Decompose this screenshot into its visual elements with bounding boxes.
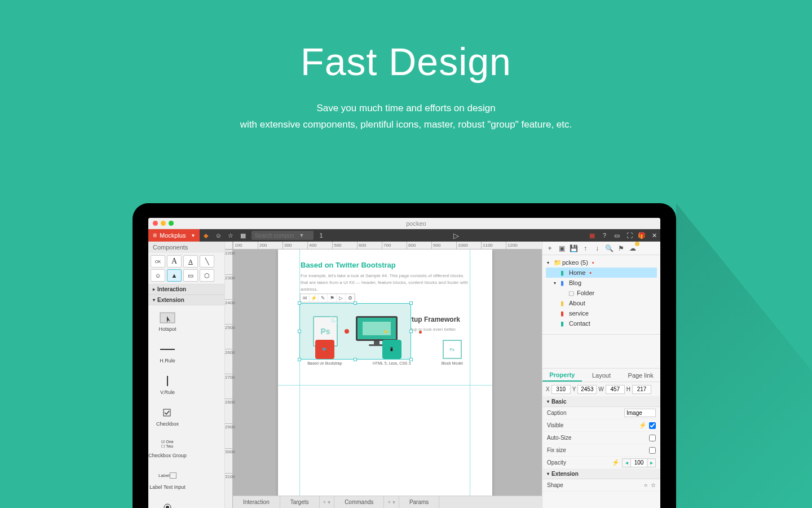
help-icon[interactable]: ? [598,229,611,242]
caption-input[interactable] [624,409,656,417]
visible-checkbox[interactable] [649,422,656,429]
new-folder-icon[interactable]: ▣ [557,243,567,253]
prop-section-basic[interactable]: Basic [542,397,660,407]
add-target[interactable]: + ▾ [320,496,335,509]
fullscreen-icon[interactable]: ⛶ [623,229,636,242]
text-component-icon[interactable]: A [167,255,182,268]
link-point[interactable] [419,331,422,334]
emoji-component-icon[interactable]: ☺ [151,269,165,282]
comp-checkbox-group[interactable]: ☑ One☐ TwoCheckbox Group [148,432,187,463]
canvas-stage[interactable]: Based on Twitter Bootstrap For example, … [233,249,542,496]
tab-commands[interactable]: Commands [334,496,384,509]
coord-x-input[interactable] [551,385,571,394]
component-search[interactable]: ▼ [251,231,314,240]
image-component-icon[interactable]: ▲ [167,269,182,282]
tree-project[interactable]: ▾📁pckeo (5) • [546,257,657,268]
fixsize-checkbox[interactable] [649,447,656,454]
up-icon[interactable]: ↑ [580,243,590,253]
resize-handle[interactable] [298,330,301,333]
save-icon[interactable]: 💾 [568,243,579,253]
window-mode-icon[interactable]: ▭ [611,229,623,242]
tab-pagelink[interactable]: Page link [621,369,660,382]
opacity-decrease[interactable]: ◂ [623,459,630,466]
shape-star-icon[interactable]: ☆ [651,482,656,488]
tab-layout[interactable]: Layout [582,369,621,382]
link-icon[interactable]: ✉ [301,294,310,302]
edit-icon[interactable]: ✎ [319,294,328,302]
flag-icon[interactable]: ⚑ [328,294,337,302]
coord-h-input[interactable] [632,385,651,394]
zoom-level[interactable]: 1 [316,232,326,239]
resize-handle[interactable] [354,358,357,361]
close-toolbar-icon[interactable]: ✕ [648,229,660,242]
settings-icon[interactable]: ⚙ [346,294,355,302]
coord-y-input[interactable] [577,385,597,394]
comp-label-input[interactable]: Label Label Text Input [148,463,187,495]
rect-component-icon[interactable]: ▭ [183,269,198,282]
resize-handle[interactable] [409,358,413,361]
resize-handle[interactable] [298,358,301,361]
tree-item-folder[interactable]: ▢Folder [546,288,657,298]
new-page-icon[interactable]: + [545,243,555,253]
layout-grid-icon[interactable]: ▦ [586,229,598,242]
coord-w-input[interactable] [606,385,625,394]
shape-circle-icon[interactable]: ○ [644,482,647,488]
add-command[interactable]: + ▾ [384,496,399,509]
canvas-area[interactable]: 100200300400500600700800900100011001200 … [225,242,542,508]
tab-params[interactable]: Params [399,496,439,509]
app-menu-button[interactable]: ≡ Mockplus ▼ [148,229,200,242]
tab-property[interactable]: Property [542,369,582,382]
comp-vrule[interactable]: V.Rule [148,369,187,400]
comp-hrule[interactable]: H.Rule [148,337,187,369]
tree-item-contact[interactable]: ▮Contact [546,318,657,329]
prop-section-extension[interactable]: Extension [542,469,660,479]
resize-handle[interactable] [409,301,413,305]
underline-text-icon[interactable]: A [183,255,198,268]
tab-targets[interactable]: Targets [280,496,320,509]
line-component-icon[interactable]: ╲ [200,255,214,268]
smiley-icon[interactable]: ☺ [212,229,224,242]
section-extension[interactable]: Extension [148,295,224,305]
workspace: Components OK A A ╲ ☺ ▲ ▭ ⬡ Interaction … [148,242,660,508]
comp-hotspot[interactable]: Hotspot [148,305,187,337]
resize-handle[interactable] [298,301,301,305]
resize-handle[interactable] [354,301,357,305]
down-icon[interactable]: ↓ [592,243,602,253]
star-icon[interactable]: ☆ [224,229,237,242]
tree-item-blog[interactable]: ▾▮Blog [546,278,657,288]
flag-pages-icon[interactable]: ⚑ [616,243,626,253]
button-component-icon[interactable]: OK [151,255,165,268]
tree-item-service[interactable]: ▮service [546,308,657,318]
minimize-window-button[interactable] [161,221,166,226]
cloud-icon[interactable]: ☁ [628,243,638,253]
opacity-input[interactable] [630,459,647,467]
section-interaction[interactable]: Interaction [148,284,224,295]
guide-horizontal[interactable] [278,385,492,386]
bolt-icon[interactable]: ⚡ [639,422,647,429]
close-window-button[interactable] [153,221,158,226]
search-pages-icon[interactable]: 🔍 [604,243,614,253]
maximize-window-button[interactable] [169,221,174,226]
opacity-increase[interactable]: ▸ [647,459,655,466]
bolt-icon[interactable]: ⚡ [612,459,620,466]
tree-item-about[interactable]: ▮About [546,298,657,308]
play-icon[interactable]: ▷ [337,294,346,302]
guide-vertical[interactable] [299,249,300,496]
grid-view-icon[interactable]: ▦ [237,229,249,242]
design-page[interactable]: Based on Twitter Bootstrap For example, … [278,249,492,496]
cube-icon[interactable]: ◆ [200,229,212,242]
search-dropdown-icon[interactable]: ▼ [297,233,306,238]
comp-radio[interactable]: Radio Button [148,495,187,508]
search-input[interactable] [251,233,297,239]
preview-play-button[interactable]: ▷ [450,229,462,242]
comp-checkbox[interactable]: Checkbox [148,400,187,432]
opacity-stepper[interactable]: ◂ ▸ [622,458,656,467]
bolt-icon[interactable]: ⚡ [310,294,319,302]
tab-interaction[interactable]: Interaction [233,496,280,509]
shape-component-icon[interactable]: ⬡ [200,269,214,282]
autosize-checkbox[interactable] [649,435,656,441]
gift-icon[interactable]: 🎁 [636,229,648,242]
guide-vertical[interactable] [470,249,470,496]
resize-handle[interactable] [409,330,413,333]
tree-item-home[interactable]: ▮Home • [546,268,657,278]
